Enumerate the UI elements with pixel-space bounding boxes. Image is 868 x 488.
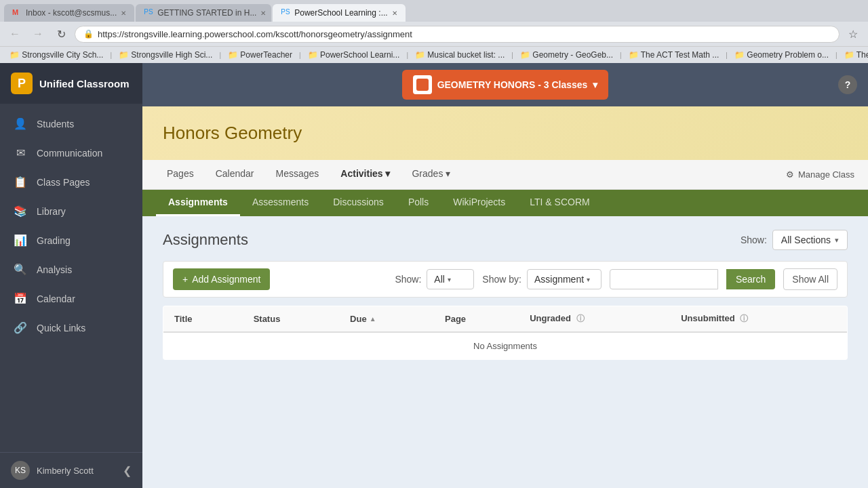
main: GEOMETRY HONORS - 3 Classes ▾ ? Honors G… [142,63,868,488]
sidebar-collapse-button[interactable]: ❮ [123,464,132,477]
bookmark-9[interactable]: 📁 The Wednesday Mo... [840,49,868,61]
bookmark-8[interactable]: 📁 Geometry Problem o... [730,49,833,61]
manage-class-label: Manage Class [798,169,854,180]
sidebar-item-calendar[interactable]: 📅 Calendar [0,284,142,313]
tab-calendar[interactable]: Calendar [205,160,265,189]
gmail-icon: M [12,8,22,18]
show-sections: Show: All Sections ▾ [741,230,848,250]
sort-icon: ▲ [370,315,376,323]
table-header: Title Status Due ▲ [163,306,848,333]
empty-row: No Assignments [163,332,848,360]
tab-pages[interactable]: Pages [156,160,205,189]
browser-chrome: M Inbox - kscott@scsmus... ✕ PS GETTING … [0,0,868,63]
ungraded-info-icon[interactable]: ⓘ [576,314,585,323]
back-button[interactable]: ← [5,24,24,43]
browser-tab-2[interactable]: PS GETTING STARTED in H... ✕ [136,4,271,22]
tab-nav: Pages Calendar Messages Activities ▾ Gra… [142,160,868,190]
class-name: GEOMETRY HONORS - 3 Classes [437,79,588,90]
communication-icon: ✉ [14,146,27,159]
tab-activities[interactable]: Activities ▾ [330,160,401,189]
col-title: Title [163,306,243,333]
col-unsubmitted: Unsubmitted ⓘ [670,306,847,333]
class-icon [413,75,432,94]
address-bar[interactable]: 🔒 https://strongsville.learning.powersch… [75,26,840,43]
show-all-button[interactable]: Show All [783,268,837,290]
sidebar-header: P Unified Classroom [0,63,142,104]
add-assignment-button[interactable]: + Add Assignment [173,268,270,290]
quick-links-icon: 🔗 [14,321,27,334]
help-button[interactable]: ? [838,75,857,94]
bookmark-button[interactable]: ☆ [844,24,863,43]
show-filter: Show: All ▾ [395,269,474,289]
show-dropdown[interactable]: All ▾ [427,269,474,289]
sidebar: P Unified Classroom 👤 Students ✉ Communi… [0,63,142,488]
page-title: Honors Geometry [163,123,848,144]
bookmark-1[interactable]: 📁 Strongsville City Sch... [5,49,107,61]
sidebar-item-library[interactable]: 📚 Library [0,197,142,226]
unsubmitted-info-icon[interactable]: ⓘ [740,314,748,323]
tab-label-2: GETTING STARTED in H... [157,8,256,18]
bookmark-5[interactable]: 📁 Musical bucket list: ... [411,49,509,61]
sidebar-item-label-communication: Communication [37,148,102,159]
sub-tab-polls[interactable]: Polls [396,190,441,216]
class-selector[interactable]: GEOMETRY HONORS - 3 Classes ▾ [402,70,609,100]
logo-letter: P [18,77,26,91]
col-page: Page [434,306,519,333]
sidebar-item-label-quick-links: Quick Links [37,323,85,333]
sidebar-nav: 👤 Students ✉ Communication 📋 Class Pages… [0,104,142,452]
sub-tab-discussions[interactable]: Discussions [321,190,396,216]
col-due[interactable]: Due ▲ [339,306,434,333]
bookmark-7[interactable]: 📁 The ACT Test Math ... [625,49,724,61]
all-sections-dropdown[interactable]: All Sections ▾ [772,230,848,250]
col-status: Status [243,306,339,333]
ps-icon-3: PS [281,8,290,18]
browser-tab-1[interactable]: M Inbox - kscott@scsmus... ✕ [4,4,134,22]
bookmark-4[interactable]: 📁 PowerSchool Learni... [304,49,404,61]
show-all-label: Show All [792,274,829,285]
sidebar-item-communication[interactable]: ✉ Communication [0,138,142,167]
sidebar-item-label-library: Library [37,206,66,217]
sidebar-item-quick-links[interactable]: 🔗 Quick Links [0,313,142,342]
tab-close-1[interactable]: ✕ [121,9,126,17]
bookmark-6[interactable]: 📁 Geometry - GeoGeb... [516,49,617,61]
section-title: Assignments [163,231,248,249]
forward-button[interactable]: → [28,24,47,43]
assignments-section: Assignments Show: All Sections ▾ + Add A… [142,216,868,488]
search-input[interactable] [610,269,718,289]
sub-tab-nav: Assignments Assessments Discussions Poll… [142,190,868,216]
reload-button[interactable]: ↻ [52,24,71,43]
browser-tab-3[interactable]: PS PowerSchool Learning :... ✕ [273,4,405,22]
showby-value: Assignment [534,274,584,285]
sidebar-item-students[interactable]: 👤 Students [0,109,142,138]
tab-messages[interactable]: Messages [265,160,330,189]
tab-close-3[interactable]: ✕ [392,9,397,17]
sidebar-item-analysis[interactable]: 🔍 Analysis [0,255,142,284]
class-dropdown-arrow: ▾ [593,79,597,90]
no-assignments-message: No Assignments [163,332,848,360]
manage-class-button[interactable]: ⚙ Manage Class [786,169,854,180]
bookmark-3[interactable]: 📁 PowerTeacher [224,49,296,61]
plus-icon: + [182,274,188,285]
bookmark-2[interactable]: 📁 Strongsville High Sci... [115,49,216,61]
table-body: No Assignments [163,332,848,360]
showby-filter: Show by: Assignment ▾ [482,269,601,289]
search-button[interactable]: Search [726,269,775,289]
sidebar-item-label-class-pages: Class Pages [37,177,90,188]
tab-close-2[interactable]: ✕ [260,9,266,17]
sub-tab-wikiprojects[interactable]: WikiProjects [441,190,517,216]
section-header: Assignments Show: All Sections ▾ [163,230,848,250]
tab-label-3: PowerSchool Learning :... [294,8,387,18]
sub-tab-assignments[interactable]: Assignments [156,190,240,216]
show-filter-label: Show: [395,274,421,285]
ps-icon-2: PS [144,8,153,18]
showby-dropdown[interactable]: Assignment ▾ [527,269,601,289]
url-text: https://strongsville.learning.powerschoo… [98,29,831,39]
tab-grades[interactable]: Grades ▾ [401,160,461,189]
sub-tab-assessments[interactable]: Assessments [240,190,321,216]
sidebar-item-class-pages[interactable]: 📋 Class Pages [0,167,142,197]
sub-tab-lti-scorm[interactable]: LTI & SCORM [517,190,601,216]
tab-nav-left: Pages Calendar Messages Activities ▾ Gra… [156,160,461,189]
sidebar-item-grading[interactable]: 📊 Grading [0,226,142,255]
tab-bar: M Inbox - kscott@scsmus... ✕ PS GETTING … [0,0,868,22]
show-value: All [434,274,445,285]
